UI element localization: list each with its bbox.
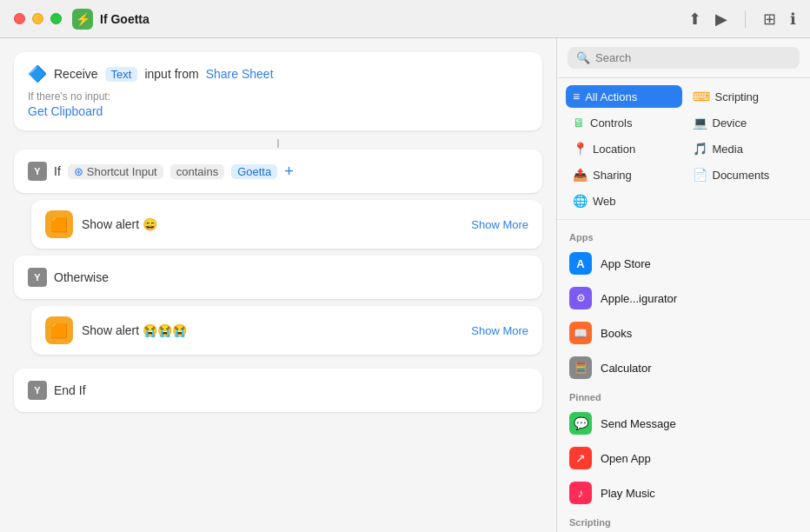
info-button[interactable]: ℹ	[790, 10, 796, 29]
open-app-icon: ↗	[569, 447, 592, 469]
sharing-icon: 📤	[573, 168, 588, 182]
list-item[interactable]: ↗ Open App	[557, 441, 810, 475]
otherwise-row: Y Otherwise	[28, 268, 528, 287]
goetta-tag[interactable]: Goetta	[231, 164, 277, 179]
actions-list: Apps A App Store ⚙ Apple...igurator 📖 Bo…	[557, 220, 810, 532]
app-store-label: App Store	[601, 257, 651, 270]
location-label: Location	[593, 143, 635, 156]
location-icon: 📍	[573, 142, 588, 156]
window-title: If Goetta	[100, 12, 149, 26]
no-input-label: If there's no input:	[28, 90, 528, 103]
category-device[interactable]: 💻 Device	[686, 111, 802, 134]
device-icon: 💻	[693, 116, 707, 130]
show-more-2-button[interactable]: Show More	[471, 324, 528, 337]
if-true-branch: 🟧 Show alert 😄 Show More	[31, 200, 542, 249]
category-location[interactable]: 📍 Location	[566, 137, 682, 160]
receive-icon: 🔷	[28, 64, 47, 83]
web-label: Web	[593, 195, 616, 208]
open-app-label: Open App	[601, 452, 651, 465]
list-item[interactable]: 💬 Send Message	[557, 406, 810, 441]
titlebar-actions: ⬆ ▶ ⊞ ℹ	[688, 10, 796, 29]
apple-configurator-icon: ⚙	[569, 287, 592, 309]
list-item[interactable]: ♪ Play Music	[557, 475, 810, 510]
list-item[interactable]: 📖 Books	[557, 316, 810, 350]
all-actions-label: All Actions	[585, 90, 637, 103]
main-content: 🔷 Receive Text input from Share Sheet If…	[0, 38, 810, 532]
if-block: Y If ⊛ Shortcut Input contains Goetta +	[14, 150, 542, 193]
show-alert-2-block: 🟧 Show alert 😭😭😭 Show More	[31, 306, 542, 355]
get-clipboard-link[interactable]: Get Clipboard	[28, 104, 528, 118]
actions-panel: 🔍 ≡ All Actions ⌨ Scripting 🖥 Controls 💻…	[556, 38, 810, 532]
receive-row: 🔷 Receive Text input from Share Sheet	[28, 64, 528, 83]
pinned-section-header: Pinned	[557, 385, 810, 406]
show-alert-2-label: Show alert 😭😭😭	[82, 323, 187, 337]
otherwise-label: Otherwise	[54, 270, 109, 284]
show-alert-1-left: 🟧 Show alert 😄	[45, 210, 157, 238]
media-label: Media	[713, 143, 743, 156]
titlebar: ⚡ If Goetta ⬆ ▶ ⊞ ℹ	[0, 0, 810, 38]
scripting-icon: ⌨	[693, 90, 710, 103]
category-all-actions[interactable]: ≡ All Actions	[566, 85, 682, 108]
share-sheet-link[interactable]: Share Sheet	[206, 67, 274, 81]
search-wrapper: 🔍	[568, 47, 800, 69]
contains-tag[interactable]: contains	[170, 164, 224, 179]
add-action-button[interactable]: ⊞	[763, 10, 776, 29]
category-web[interactable]: 🌐 Web	[566, 190, 682, 212]
web-icon: 🌐	[573, 194, 588, 208]
scripting-section-header: Scripting	[557, 510, 810, 531]
books-icon: 📖	[569, 322, 592, 344]
show-alert-2-left: 🟧 Show alert 😭😭😭	[45, 316, 187, 344]
traffic-lights	[14, 13, 62, 24]
apple-configurator-label: Apple...igurator	[601, 292, 677, 305]
calculator-label: Calculator	[601, 362, 652, 375]
otherwise-icon: Y	[28, 268, 47, 287]
scripting-label: Scripting	[715, 90, 760, 103]
workflow-panel: 🔷 Receive Text input from Share Sheet If…	[0, 38, 556, 532]
search-input[interactable]	[595, 51, 791, 64]
text-tag[interactable]: Text	[105, 67, 138, 82]
documents-label: Documents	[713, 169, 770, 182]
search-icon: 🔍	[576, 51, 590, 64]
apps-section-header: Apps	[557, 225, 810, 246]
if-label: If	[54, 164, 61, 178]
controls-icon: 🖥	[573, 116, 585, 130]
send-message-label: Send Message	[601, 417, 676, 430]
show-more-1-button[interactable]: Show More	[471, 218, 528, 231]
close-button[interactable]	[14, 13, 25, 24]
run-button[interactable]: ▶	[715, 10, 727, 29]
otherwise-branch: 🟧 Show alert 😭😭😭 Show More	[31, 306, 542, 355]
add-condition-button[interactable]: +	[284, 163, 294, 181]
alert-icon-1: 🟧	[45, 210, 73, 238]
endif-block: Y End If	[14, 369, 542, 412]
documents-icon: 📄	[693, 168, 707, 182]
otherwise-block: Y Otherwise	[14, 256, 542, 299]
all-actions-icon: ≡	[573, 90, 580, 103]
shortcut-input-tag[interactable]: ⊛ Shortcut Input	[68, 164, 163, 179]
list-item[interactable]: ⚙ Apple...igurator	[557, 281, 810, 316]
sharing-label: Sharing	[593, 169, 632, 182]
app-icon: ⚡	[72, 9, 93, 30]
maximize-button[interactable]	[50, 13, 62, 24]
if-icon: Y	[28, 162, 47, 181]
device-label: Device	[713, 116, 747, 130]
minimize-button[interactable]	[32, 13, 43, 24]
play-music-icon: ♪	[569, 482, 592, 504]
category-sharing[interactable]: 📤 Sharing	[566, 163, 682, 186]
category-scripting[interactable]: ⌨ Scripting	[686, 85, 802, 108]
send-message-icon: 💬	[569, 412, 592, 435]
search-bar: 🔍	[557, 38, 810, 78]
share-button[interactable]: ⬆	[688, 10, 701, 29]
category-documents[interactable]: 📄 Documents	[686, 163, 802, 186]
list-item[interactable]: 🧮 Calculator	[557, 350, 810, 385]
categories-grid: ≡ All Actions ⌨ Scripting 🖥 Controls 💻 D…	[557, 78, 810, 220]
if-row: Y If ⊛ Shortcut Input contains Goetta +	[28, 162, 528, 181]
alert-icon-2: 🟧	[45, 316, 73, 344]
receive-label: Receive	[54, 67, 98, 81]
category-controls[interactable]: 🖥 Controls	[566, 111, 682, 134]
controls-label: Controls	[590, 116, 632, 130]
input-from-label: input from	[144, 67, 198, 81]
category-media[interactable]: 🎵 Media	[686, 137, 802, 160]
receive-block: 🔷 Receive Text input from Share Sheet If…	[14, 52, 542, 130]
books-label: Books	[601, 327, 632, 340]
list-item[interactable]: A App Store	[557, 246, 810, 281]
